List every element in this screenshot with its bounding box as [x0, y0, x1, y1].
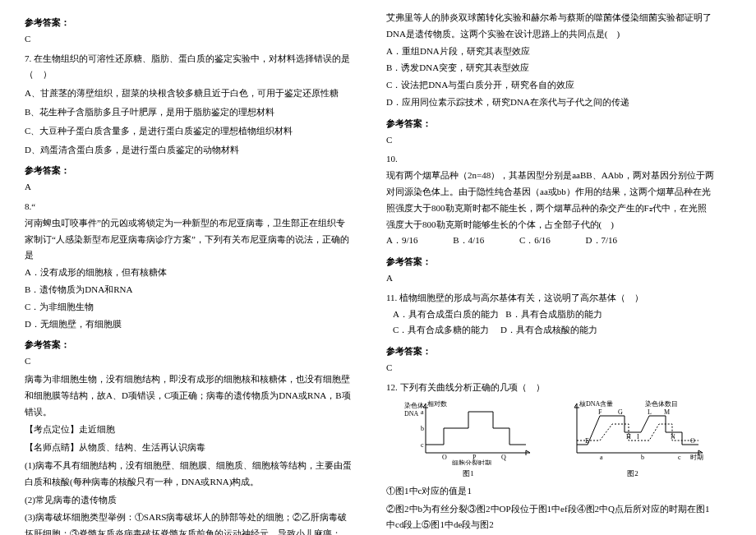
answer-label: 参考答案： — [25, 15, 353, 31]
q8-option-a: A．没有成形的细胞核，但有核糖体 — [25, 265, 353, 281]
answer-label: 参考答案： — [25, 337, 353, 353]
q8-explain-6: (3)病毒破坏细胞类型举例：①SARS病毒破坏人的肺部等处的细胞；②乙肝病毒破坏… — [25, 510, 353, 535]
chart-2-svg: 核DNA含量 染色体数目 E F G H I L M — [567, 399, 707, 465]
question-11: 11. 植物细胞壁的形成与高尔基体有关，这说明了高尔基体（ ） — [386, 290, 715, 307]
chart2-ylabel: 核DNA含量 — [579, 400, 613, 408]
q10-option-b: B．4/16 — [453, 235, 484, 245]
answer-8: C — [25, 353, 353, 370]
q11-option-b: B．具有合成脂肪的能力 — [505, 309, 602, 319]
q10-option-d: D．7/16 — [586, 235, 618, 245]
chart1-b: b — [421, 425, 424, 432]
svg-text:I: I — [637, 433, 639, 440]
q10-option-a: A．9/16 — [386, 235, 418, 245]
charts-row: 染色体 DNA 相对数 a b c O P Q 细胞分裂时期 — [403, 399, 715, 480]
q8-options: A．没有成形的细胞核，但有核糖体 B．遗传物质为DNA和RNA C．为非细胞生物… — [25, 265, 353, 332]
chart2-xlabel: 时期 — [690, 454, 703, 461]
question-8-num: 8.“ — [25, 199, 353, 215]
q12-sub-2: ②图2中b为有丝分裂③图2中OP段位于图1中ef段④图2中Q点后所对应的时期在图… — [386, 501, 715, 534]
chart-1-svg: 染色体 DNA 相对数 a b c O P Q 细胞分裂时期 — [403, 399, 534, 465]
chart2-a: a — [600, 454, 603, 461]
answer-label: 参考答案： — [386, 344, 715, 360]
svg-text:G: G — [618, 408, 623, 416]
question-7: 7. 在生物组织的可溶性还原糖、脂肪、蛋白质的鉴定实验中，对材料选择错误的是（ … — [25, 51, 353, 84]
q7-option-a: A、甘蔗茎的薄壁组织，甜菜的块根含较多糖且近于白色，可用于鉴定还原性糖 — [25, 85, 353, 102]
q11-row1: A．具有合成蛋白质的能力 B．具有合成脂肪的能力 — [393, 307, 715, 323]
q10-option-c: C．6/16 — [519, 235, 551, 245]
answer-label: 参考答案： — [25, 163, 353, 179]
q12-sub-1: ①图1中c对应的值是1 — [386, 483, 715, 500]
q8-explain-3: 【名师点睛】从物质、结构、生活再认识病毒 — [25, 440, 353, 456]
question-10-num: 10. — [386, 151, 715, 168]
chart1-xlabel: 细胞分裂时期 — [452, 459, 491, 465]
q8-option-c: C．为非细胞生物 — [25, 299, 353, 316]
q8-explain-2: 【考点定位】走近细胞 — [25, 422, 353, 438]
svg-text:E: E — [585, 437, 589, 445]
q11-option-c: C．具有合成多糖的能力 — [393, 325, 489, 334]
chart-2: 核DNA含量 染色体数目 E F G H I L M — [567, 399, 698, 480]
q8-explain-4: (1)病毒不具有细胞结构，没有细胞壁、细胞膜、细胞质、细胞核等结构，主要由蛋白质… — [25, 458, 353, 491]
svg-text:N: N — [671, 433, 675, 440]
q7-option-c: C、大豆种子蛋白质含量多，是进行蛋白质鉴定的理想植物组织材料 — [25, 123, 353, 140]
chart1-ylabel-2: DNA — [404, 410, 419, 417]
q8-option-b: B．遗传物质为DNA和RNA — [25, 282, 353, 298]
svg-text:H: H — [626, 433, 631, 440]
chart1-c: c — [421, 441, 424, 449]
answer-label: 参考答案： — [386, 254, 715, 270]
q11-option-a: A．具有合成蛋白质的能力 — [393, 309, 499, 319]
answer-6: C — [25, 31, 353, 48]
q9-option-b: B．诱发DNA突变，研究其表型效应 — [386, 60, 715, 76]
chart1-caption: 图1 — [403, 467, 534, 480]
answer-label: 参考答案： — [386, 116, 715, 132]
q9-option-c: C．设法把DNA与蛋白质分开，研究各自的效应 — [386, 77, 715, 94]
chart1-O: O — [442, 454, 447, 461]
chart2-b: b — [641, 454, 644, 461]
right-column: 艾弗里等人的肺炎双球菌转化实验和赫尔希与蔡斯的噬菌体侵染细菌实验都证明了DNA是… — [386, 10, 715, 535]
left-column: 参考答案： C 7. 在生物组织的可溶性还原糖、脂肪、蛋白质的鉴定实验中，对材料… — [25, 10, 353, 535]
q8-explain-1: 病毒为非细胞生物，没有细胞结构，即没有成形的细胞核和核糖体，也没有细胞壁和细胞膜… — [25, 371, 353, 420]
question-10-text: 现有两个烟草品种（2n=48），其基因型分别是aaBB、AAbb，两对基因分别位… — [386, 168, 715, 233]
q7-option-d: D、鸡蛋清含蛋白质多，是进行蛋白质鉴定的动物材料 — [25, 142, 353, 159]
answer-9: C — [386, 132, 715, 149]
question-12: 12. 下列有关曲线分析正确的几项（ ） — [386, 380, 715, 396]
chart1-ylabel-3: 相对数 — [427, 400, 447, 408]
q11-row2: C．具有合成多糖的能力 D．具有合成核酸的能力 — [393, 322, 715, 339]
q8-option-d: D．无细胞壁，有细胞膜 — [25, 316, 353, 333]
chart-1: 染色体 DNA 相对数 a b c O P Q 细胞分裂时期 — [403, 399, 534, 480]
chart2-c: c — [678, 454, 681, 461]
q10-options: A．9/16 B．4/16 C．6/16 D．7/16 — [386, 233, 715, 249]
chart2-ylabel2: 染色体数目 — [645, 400, 678, 408]
q8-explain-5: (2)常见病毒的遗传物质 — [25, 492, 353, 509]
question-9-text: 艾弗里等人的肺炎双球菌转化实验和赫尔希与蔡斯的噬菌体侵染细菌实验都证明了DNA是… — [386, 10, 715, 43]
answer-10: A — [386, 270, 715, 287]
q9-option-a: A．重组DNA片段，研究其表型效应 — [386, 44, 715, 60]
q9-option-d: D．应用同位素示踪技术，研究DNA在亲代与子代之间的传递 — [386, 95, 715, 111]
chart1-Q: Q — [501, 454, 506, 461]
q7-option-b: B、花生种子含脂肪多且子叶肥厚，是用于脂肪鉴定的理想材料 — [25, 104, 353, 121]
chart1-a: a — [421, 408, 424, 416]
answer-7: A — [25, 179, 353, 196]
question-8-text: 河南蜱虫叮咬事件”的元凶或将锁定为一种新型的布尼亚病毒，卫生部正在组织专家制订“… — [25, 215, 353, 264]
q9-options: A．重组DNA片段，研究其表型效应 B．诱发DNA突变，研究其表型效应 C．设法… — [386, 44, 715, 111]
q11-option-d: D．具有合成核酸的能力 — [500, 325, 597, 334]
answer-11: C — [386, 360, 715, 376]
svg-text:O: O — [690, 437, 695, 445]
svg-text:M: M — [664, 408, 670, 416]
svg-text:L: L — [648, 408, 652, 416]
svg-text:F: F — [598, 408, 602, 416]
chart2-caption: 图2 — [567, 467, 698, 480]
